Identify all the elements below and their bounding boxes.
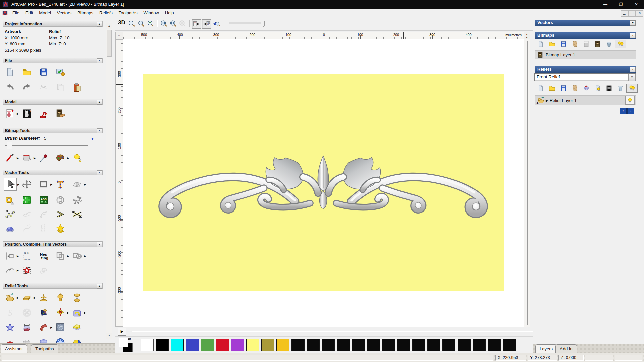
fit-curves-tool[interactable] xyxy=(21,208,33,220)
paint-bucket-flyout-arrow-icon[interactable]: ▶ xyxy=(33,157,36,160)
collapse-position-button[interactable]: ▲ xyxy=(97,242,102,247)
new-relief-layer-button[interactable] xyxy=(535,84,546,93)
collapse-project-information-button[interactable]: ▲ xyxy=(97,22,102,27)
delete-relief-layer-button[interactable] xyxy=(615,84,626,93)
open-relief-layer-button[interactable] xyxy=(546,84,558,93)
envelope-distort-tool[interactable] xyxy=(71,178,83,190)
save-model-tool[interactable] xyxy=(38,66,50,78)
emboss-relief-tool[interactable] xyxy=(54,321,66,334)
tab-assistant[interactable]: Assistant xyxy=(1,344,27,353)
zoom-out-button[interactable] xyxy=(137,19,146,28)
collapse-model-button[interactable]: ▲ xyxy=(97,100,102,105)
spin-relief-tool[interactable] xyxy=(21,321,33,334)
smooth-relief-tool[interactable] xyxy=(38,292,50,304)
interlocking-tool[interactable] xyxy=(38,264,50,277)
palette-swatch-23[interactable] xyxy=(488,339,501,351)
palette-swatch-2[interactable] xyxy=(171,339,184,351)
menu-model[interactable]: Model xyxy=(36,9,54,17)
group-vectors-flyout-arrow-icon[interactable]: ▶ xyxy=(66,255,70,258)
palette-swatch-1[interactable] xyxy=(156,339,169,351)
zoom-previous-button[interactable] xyxy=(146,19,155,28)
palette-swatch-7[interactable] xyxy=(246,339,259,351)
colour-palette-flyout-arrow-icon[interactable]: ▶ xyxy=(66,157,70,160)
brush-diameter-slider-handle[interactable] xyxy=(7,142,12,149)
palette-swatch-5[interactable] xyxy=(216,339,229,351)
invert-relief-tool[interactable] xyxy=(71,292,83,304)
open-model-tool[interactable] xyxy=(21,66,33,78)
paint-brush-flyout-arrow-icon[interactable]: ▶ xyxy=(16,157,19,160)
scale-relief-tool[interactable] xyxy=(54,292,66,304)
group-vectors-tool[interactable] xyxy=(54,250,66,262)
palette-swatch-3[interactable] xyxy=(186,339,199,351)
texture-ball-tool[interactable] xyxy=(54,336,66,344)
zoom-box-button[interactable] xyxy=(160,19,168,28)
create-text-tool[interactable] xyxy=(54,178,66,190)
tab-add-in[interactable]: Add In xyxy=(555,344,577,353)
cut-tool[interactable]: ✂ xyxy=(38,81,50,94)
pan-right-button[interactable]: ▶ xyxy=(118,328,126,336)
paint-bucket-tool[interactable] xyxy=(21,152,33,164)
create-arc-tool[interactable] xyxy=(38,208,50,220)
palette-swatch-14[interactable] xyxy=(352,339,365,351)
collapse-bitmaps-button[interactable]: ▲ xyxy=(630,33,636,38)
combine-relief-tool[interactable] xyxy=(71,336,83,344)
select-vectors-tool[interactable] xyxy=(4,178,17,191)
nesting-tool[interactable]: Nesting xyxy=(38,250,50,262)
menu-vectors[interactable]: Vectors xyxy=(54,9,74,17)
palette-swatch-24[interactable] xyxy=(503,339,516,351)
palette-swatch-21[interactable] xyxy=(458,339,471,351)
collapse-relief-tools-button[interactable]: ▲ xyxy=(97,284,102,289)
two-rail-sweep-flyout-arrow-icon[interactable]: ▶ xyxy=(66,311,70,314)
move-layer-up-button[interactable]: ↑ xyxy=(620,108,627,114)
relief-negative-button[interactable] xyxy=(603,84,615,93)
expand-relief-layer-arrow[interactable]: ▶ xyxy=(546,99,548,102)
undo-tool[interactable] xyxy=(4,81,16,94)
vector-boundary-tool[interactable] xyxy=(4,222,16,234)
cushion-relief-tool[interactable] xyxy=(38,336,50,344)
mdi-restore-button[interactable]: ❐ xyxy=(628,10,636,17)
palette-swatch-6[interactable] xyxy=(231,339,244,351)
2d-view-canvas[interactable] xyxy=(123,39,524,327)
primary-color-chip[interactable] xyxy=(119,338,128,347)
align-vectors-tool[interactable] xyxy=(4,250,16,262)
palette-swatch-18[interactable] xyxy=(412,339,425,351)
toggle-bitmap-view-button[interactable] xyxy=(192,19,201,29)
measure-tool[interactable] xyxy=(4,194,16,206)
menu-window[interactable]: Window xyxy=(141,9,162,17)
collapse-vector-tools-button[interactable]: ▲ xyxy=(97,170,102,175)
extrude-tool[interactable] xyxy=(4,321,16,334)
delete-unused-button[interactable] xyxy=(569,40,581,48)
preview-relief-button[interactable] xyxy=(212,19,221,28)
menu-help[interactable]: Help xyxy=(162,9,177,17)
mdi-close-button[interactable]: ✕ xyxy=(636,10,643,17)
switch-3d-view-button[interactable]: 3D xyxy=(118,19,125,26)
assistant-scroll-down-button[interactable]: ▼ xyxy=(106,333,112,339)
brush-diameter-slider-track[interactable] xyxy=(5,145,88,146)
relief-layer-visibility-button[interactable] xyxy=(625,96,635,105)
greyscale-preview-button[interactable] xyxy=(592,84,603,93)
menu-file[interactable]: File xyxy=(9,9,22,17)
node-editing-tool[interactable] xyxy=(38,222,50,234)
bitmap-image-button[interactable] xyxy=(592,40,603,48)
mdi-minimize-button[interactable]: ▁ xyxy=(621,10,628,17)
toggle-relief-visible-button[interactable] xyxy=(626,84,638,93)
move-layer-down-button[interactable]: ↓ xyxy=(627,108,634,114)
calculate-relief-flyout-arrow-icon[interactable]: ▶ xyxy=(16,296,19,299)
paste-tool[interactable] xyxy=(71,81,83,94)
two-rail-sweep-tool[interactable] xyxy=(54,307,66,319)
zoom-in-button[interactable] xyxy=(127,19,136,28)
palette-swatch-15[interactable] xyxy=(367,339,380,351)
redo-tool[interactable] xyxy=(21,81,33,94)
create-plate-flyout-arrow-icon[interactable]: ▶ xyxy=(33,296,36,299)
tab-layers[interactable]: Layers xyxy=(535,344,557,353)
calculate-relief-tool[interactable] xyxy=(4,292,16,304)
palette-swatch-19[interactable] xyxy=(427,339,440,351)
new-model-tool[interactable] xyxy=(4,66,16,78)
zoom-fit-button[interactable] xyxy=(169,19,178,28)
wrap-relief-flyout-arrow-icon[interactable]: ▶ xyxy=(83,311,87,314)
wrap-sphere-tool[interactable] xyxy=(54,194,66,206)
palette-swatch-20[interactable] xyxy=(442,339,455,351)
model-options-tool[interactable] xyxy=(54,66,66,78)
menu-reliefs[interactable]: Reliefs xyxy=(96,9,116,17)
palette-swatch-0[interactable] xyxy=(141,339,154,351)
